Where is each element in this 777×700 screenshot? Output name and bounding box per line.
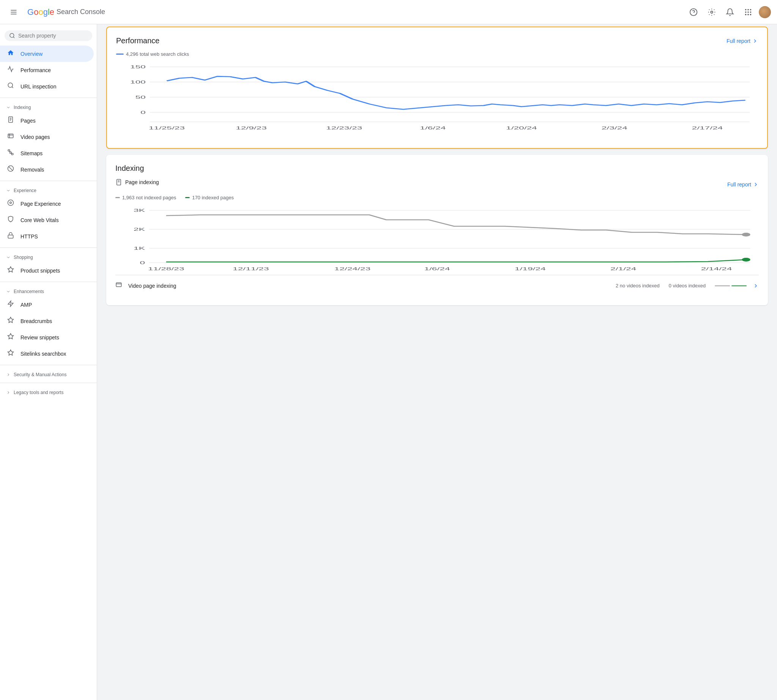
sidebar-item-https[interactable]: HTTPS — [0, 228, 94, 245]
performance-card-header: Performance Full report — [116, 37, 758, 45]
main-content: Overview Performance Full report 4,296 t… — [97, 0, 777, 676]
svg-line-27 — [9, 151, 11, 152]
svg-text:2/17/24: 2/17/24 — [692, 126, 723, 130]
svg-marker-34 — [8, 267, 14, 272]
sidebar-item-video-pages[interactable]: Video pages — [0, 129, 94, 145]
sidebar-item-sitemaps[interactable]: Sitemaps — [0, 145, 94, 161]
video-indexing-icon — [115, 281, 122, 290]
performance-icon — [6, 66, 15, 74]
sidebar-item-performance[interactable]: Performance — [0, 62, 94, 78]
sidebar-item-product-snippets[interactable]: Product snippets — [0, 262, 94, 278]
breadcrumbs-icon — [6, 317, 15, 325]
sidebar-item-amp[interactable]: AMP — [0, 297, 94, 313]
performance-chart: 150 100 50 0 11/25/23 12/9/23 12/23/23 1… — [116, 63, 758, 139]
video-indexed-mini-line — [732, 285, 747, 286]
sidebar-item-breadcrumbs[interactable]: Breadcrumbs — [0, 313, 94, 329]
sidebar-item-sitelinks-searchbox[interactable]: Sitelinks searchbox — [0, 345, 94, 362]
shopping-section-header[interactable]: Shopping — [0, 251, 97, 262]
sidebar-item-url-inspection[interactable]: URL inspection — [0, 78, 94, 95]
apps-button[interactable] — [740, 5, 756, 20]
settings-button[interactable] — [704, 5, 719, 20]
svg-point-10 — [747, 12, 749, 13]
divider-2 — [0, 181, 97, 181]
video-indexing-row: Video page indexing 2 no videos indexed … — [115, 275, 759, 296]
overview-label: Overview — [20, 51, 43, 57]
svg-text:2/14/24: 2/14/24 — [701, 267, 732, 271]
svg-text:11/28/23: 11/28/23 — [148, 267, 185, 271]
svg-point-13 — [747, 14, 749, 15]
removals-label: Removals — [20, 167, 44, 173]
performance-legend: 4,296 total web search clicks — [116, 51, 758, 57]
svg-text:12/11/23: 12/11/23 — [233, 267, 269, 271]
svg-text:150: 150 — [130, 65, 146, 69]
menu-button[interactable] — [6, 5, 21, 20]
url-inspection-label: URL inspection — [20, 83, 56, 90]
svg-text:12/23/23: 12/23/23 — [326, 126, 362, 130]
sidebar-item-core-web-vitals[interactable]: Core Web Vitals — [0, 212, 94, 228]
svg-point-32 — [10, 202, 12, 204]
svg-point-8 — [750, 9, 752, 10]
experience-section-header[interactable]: Experience — [0, 184, 97, 195]
legacy-section-header[interactable]: Legacy tools and reports — [0, 386, 97, 397]
help-button[interactable] — [686, 5, 701, 20]
video-indexing-stats: 2 no videos indexed 0 videos indexed — [616, 283, 747, 288]
amp-icon — [6, 300, 15, 309]
svg-point-31 — [8, 200, 14, 206]
removals-icon — [6, 165, 15, 174]
video-indexed-stat: 0 videos indexed — [669, 283, 705, 288]
svg-marker-36 — [8, 317, 14, 323]
sidebar-item-removals[interactable]: Removals — [0, 161, 94, 178]
svg-marker-38 — [8, 350, 14, 355]
indexing-chevron-icon — [753, 182, 759, 188]
sidebar-item-pages[interactable]: Pages — [0, 112, 94, 129]
security-section-label: Security & Manual Actions — [14, 372, 67, 377]
not-indexed-legend: 1,963 not indexed pages — [115, 195, 176, 200]
video-not-indexed-mini-line — [715, 285, 730, 286]
search-input[interactable] — [18, 33, 88, 39]
svg-line-30 — [9, 167, 13, 171]
indexing-chart-svg: 3K 2K 1K 0 11/28/23 12/11/23 12/24/23 1/… — [115, 207, 759, 275]
svg-text:1K: 1K — [133, 246, 145, 250]
performance-legend-line — [116, 53, 124, 55]
home-icon — [6, 49, 15, 58]
svg-rect-33 — [8, 235, 13, 238]
indexing-full-report-link[interactable]: Full report — [727, 182, 759, 188]
experience-section-label: Experience — [14, 188, 37, 193]
search-icon — [9, 33, 15, 39]
svg-text:11/25/23: 11/25/23 — [149, 126, 185, 130]
indexed-legend: 170 indexed pages — [185, 195, 234, 200]
svg-point-7 — [747, 9, 749, 10]
video-row-chevron[interactable] — [753, 283, 759, 289]
search-box[interactable] — [5, 30, 92, 41]
collapse-icon-3 — [6, 255, 11, 260]
performance-full-report-link[interactable]: Full report — [727, 38, 758, 44]
header-left: Google Search Console — [6, 5, 686, 20]
enhancements-section-header[interactable]: Enhancements — [0, 285, 97, 297]
divider-3 — [0, 248, 97, 248]
video-pages-icon — [6, 132, 15, 141]
svg-text:3K: 3K — [133, 208, 145, 213]
sitelinks-searchbox-label: Sitelinks searchbox — [20, 351, 67, 357]
indexing-legend-row: 1,963 not indexed pages 170 indexed page… — [115, 195, 759, 200]
notifications-button[interactable] — [722, 5, 737, 20]
sidebar-item-page-experience[interactable]: Page Experience — [0, 195, 94, 212]
video-mini-chart — [715, 285, 747, 286]
sidebar: Overview Performance URL inspection Inde… — [0, 24, 97, 676]
svg-point-12 — [745, 14, 747, 15]
sidebar-item-overview[interactable]: Overview — [0, 45, 94, 62]
svg-text:1/6/24: 1/6/24 — [420, 126, 446, 130]
chevron-right-icon — [752, 38, 758, 44]
pages-icon — [6, 116, 15, 125]
indexing-section-header[interactable]: Indexing — [0, 101, 97, 112]
svg-text:2K: 2K — [133, 227, 145, 232]
avatar[interactable] — [759, 6, 771, 18]
svg-point-11 — [750, 12, 752, 13]
legacy-section-label: Legacy tools and reports — [14, 390, 63, 395]
sidebar-item-review-snippets[interactable]: Review snippets — [0, 329, 94, 345]
indexing-chart: 3K 2K 1K 0 11/28/23 12/11/23 12/24/23 1/… — [115, 207, 759, 275]
security-section-header[interactable]: Security & Manual Actions — [0, 368, 97, 380]
core-web-vitals-label: Core Web Vitals — [20, 217, 59, 223]
svg-point-5 — [710, 11, 713, 13]
svg-text:50: 50 — [135, 95, 146, 100]
svg-text:100: 100 — [130, 80, 146, 84]
